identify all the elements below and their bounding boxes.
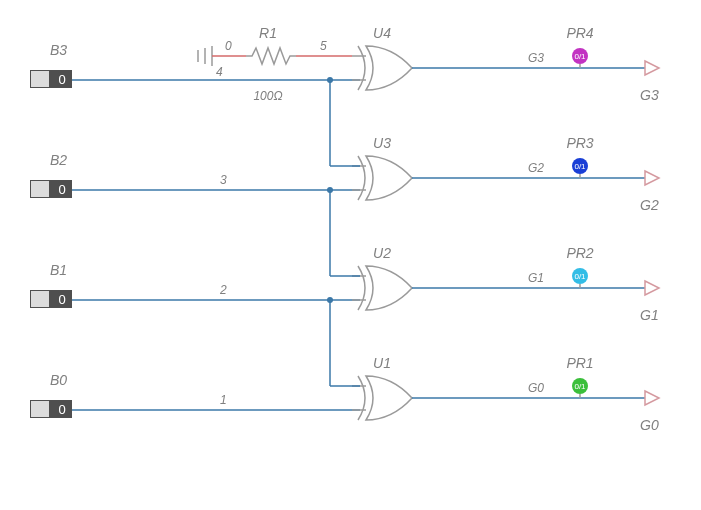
gate-u2 xyxy=(358,266,412,310)
output-arrow-g2 xyxy=(645,171,659,185)
switch-b1[interactable]: 0 xyxy=(30,290,72,308)
switch-value-b3: 0 xyxy=(58,72,65,87)
probe-ref-pr2: PR2 xyxy=(566,245,593,261)
output-label-g2: G2 xyxy=(640,197,659,213)
output-label-g1: G1 xyxy=(640,307,659,323)
net-label-2: 2 xyxy=(219,283,227,297)
net-label-g3: G3 xyxy=(528,51,544,65)
gate-u3 xyxy=(358,156,412,200)
probe-badge-pr4: 0/1 xyxy=(574,52,586,61)
net-label-g1: G1 xyxy=(528,271,544,285)
probe-pr4[interactable]: PR4 0/1 xyxy=(566,25,593,68)
resistor-value: 100Ω xyxy=(253,89,282,103)
switch-value-b0: 0 xyxy=(58,402,65,417)
net-label-g0: G0 xyxy=(528,381,544,395)
net-label-4: 4 xyxy=(216,65,223,79)
resistor-r1: R1 100Ω xyxy=(246,25,296,103)
net-label-g2: G2 xyxy=(528,161,544,175)
gate-ref-u2: U2 xyxy=(373,245,391,261)
probe-pr2[interactable]: PR2 0/1 xyxy=(566,245,593,288)
output-arrow-g0 xyxy=(645,391,659,405)
resistor-ref: R1 xyxy=(259,25,277,41)
net-label-1: 1 xyxy=(220,393,227,407)
net-label-5: 5 xyxy=(320,39,327,53)
gate-ref-u4: U4 xyxy=(373,25,391,41)
gate-ref-u3: U3 xyxy=(373,135,391,151)
input-label-b1: B1 xyxy=(50,262,67,278)
output-label-g0: G0 xyxy=(640,417,659,433)
probe-ref-pr3: PR3 xyxy=(566,135,593,151)
ground-symbol xyxy=(198,46,212,66)
probe-pr3[interactable]: PR3 0/1 xyxy=(566,135,593,178)
input-label-b3: B3 xyxy=(50,42,67,58)
probe-badge-pr2: 0/1 xyxy=(574,272,586,281)
row-b0: B0 0 1 U1 G0 G0 PR1 0/1 xyxy=(30,355,659,433)
switch-b0[interactable]: 0 xyxy=(30,400,72,418)
gate-u4 xyxy=(358,46,412,90)
net-label-3: 3 xyxy=(220,173,227,187)
probe-ref-pr4: PR4 xyxy=(566,25,593,41)
probe-pr1[interactable]: PR1 0/1 xyxy=(566,355,593,398)
probe-badge-pr3: 0/1 xyxy=(574,162,586,171)
gate-u1 xyxy=(358,376,412,420)
switch-value-b1: 0 xyxy=(58,292,65,307)
switch-value-b2: 0 xyxy=(58,182,65,197)
input-label-b2: B2 xyxy=(50,152,67,168)
probe-ref-pr1: PR1 xyxy=(566,355,593,371)
output-arrow-g1 xyxy=(645,281,659,295)
probe-badge-pr1: 0/1 xyxy=(574,382,586,391)
junction-b3 xyxy=(327,77,333,83)
row-b1: B1 0 2 U2 G1 G1 PR2 0/1 xyxy=(30,245,659,323)
row-b3: B3 0 4 0 R1 100Ω 5 U4 G3 G3 PR4 0/1 xyxy=(30,25,659,103)
input-label-b0: B0 xyxy=(50,372,67,388)
output-label-g3: G3 xyxy=(640,87,659,103)
switch-b2[interactable]: 0 xyxy=(30,180,72,198)
row-b2: B2 0 3 U3 G2 G2 PR3 0/1 xyxy=(30,135,659,213)
gate-ref-u1: U1 xyxy=(373,355,391,371)
output-arrow-g3 xyxy=(645,61,659,75)
net-label-0: 0 xyxy=(225,39,232,53)
switch-b3[interactable]: 0 xyxy=(30,70,72,88)
